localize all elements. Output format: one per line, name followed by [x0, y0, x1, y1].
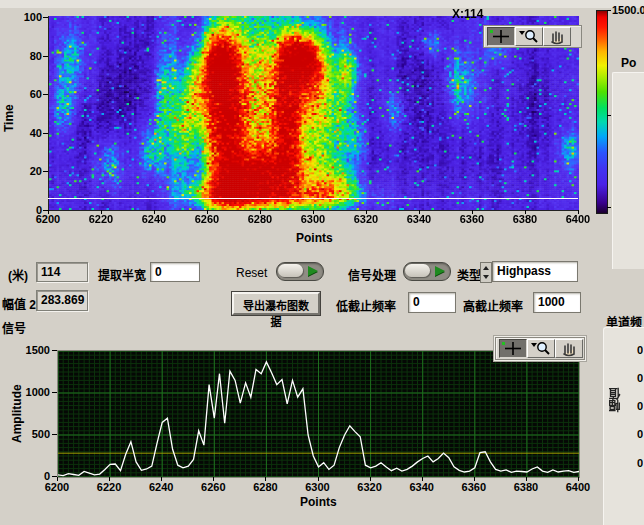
- x-tick-label: 6240: [137, 213, 171, 225]
- x-tick-mark: [154, 210, 155, 214]
- clipped-tick-fragment: 0: [637, 344, 643, 357]
- low-cut-label: 低截止频率: [336, 297, 396, 314]
- x-tick-label: 6220: [92, 481, 126, 493]
- y-tick-label: 100: [14, 11, 42, 23]
- right-upper-panel: [612, 72, 644, 269]
- x-tick-label: 6300: [301, 481, 335, 493]
- top-chart-x-axis-title: Points: [296, 231, 333, 245]
- x-tick-label: 6320: [349, 213, 383, 225]
- x-tick-label: 6260: [196, 481, 230, 493]
- high-cut-input[interactable]: 1000: [533, 292, 581, 313]
- x-tick-mark: [109, 477, 110, 481]
- x-tick-mark: [578, 477, 579, 481]
- x-tick-mark: [525, 210, 526, 214]
- x-tick-mark: [526, 477, 527, 481]
- labview-front-panel: Time 100806040200 6200622062406260628063…: [0, 0, 644, 525]
- half-width-label: 提取半宽: [98, 266, 146, 283]
- y-tick-label: 20: [14, 165, 42, 177]
- x-tick-mark: [101, 210, 102, 214]
- clipped-tick-fragment: 0: [637, 400, 643, 413]
- clipped-tick-fragment: 0: [637, 457, 643, 470]
- x-tick-mark: [265, 477, 266, 481]
- x-tick-label: 6200: [31, 213, 65, 225]
- y-tick-label: 40: [14, 127, 42, 139]
- signal-proc-toggle-arrow-icon: [435, 266, 445, 276]
- bottom-chart-x-axis-title: Points: [300, 495, 337, 509]
- x-tick-label: 6260: [190, 213, 224, 225]
- top-graph-palette: [483, 25, 582, 48]
- x-tick-mark: [213, 477, 214, 481]
- reset-toggle-knob: [278, 264, 303, 277]
- x-tick-label: 6340: [405, 481, 439, 493]
- color-scale-tick-label: 1500.0: [612, 4, 644, 16]
- cursor-tool-button[interactable]: [499, 339, 527, 358]
- x-tick-mark: [370, 477, 371, 481]
- x-tick-label: 6340: [402, 213, 436, 225]
- signal-trace-svg: [58, 351, 579, 477]
- amp2-label: 幅值 2: [2, 295, 36, 312]
- signal-proc-toggle-knob: [405, 264, 430, 277]
- amp2-indicator: 283.869: [36, 290, 88, 311]
- x-tick-label: 6200: [40, 481, 74, 493]
- x-tick-mark: [472, 210, 473, 214]
- cursor-tool-led: [490, 30, 493, 33]
- cursor-readout: X:114: [452, 7, 483, 21]
- pan-tool-button[interactable]: [555, 339, 583, 358]
- clipped-power-label: Po: [621, 56, 636, 70]
- x-tick-mark: [318, 477, 319, 481]
- x-tick-mark: [57, 477, 58, 481]
- low-cut-input[interactable]: 0: [408, 292, 456, 313]
- filter-type-dropdown[interactable]: Highpass: [492, 261, 578, 282]
- x-tick-label: 6380: [509, 481, 543, 493]
- magnifier-icon: [516, 28, 542, 45]
- x-tick-label: 6360: [457, 481, 491, 493]
- window-top-strip: [0, 0, 644, 8]
- zoom-tool-button[interactable]: [527, 339, 555, 358]
- reset-toggle-arrow-icon: [308, 266, 318, 276]
- x-tick-label: 6300: [296, 213, 330, 225]
- y-tick-label: 500: [20, 428, 50, 440]
- high-cut-label: 高截止频率: [463, 297, 523, 314]
- export-waterfall-button[interactable]: 导出瀑布图数据: [232, 292, 320, 315]
- x-tick-mark: [161, 477, 162, 481]
- x-tick-label: 6360: [455, 213, 489, 225]
- y-tick-label: 80: [14, 50, 42, 62]
- x-tick-mark: [422, 477, 423, 481]
- color-scale-tick-mark: [607, 115, 611, 116]
- x-tick-label: 6380: [508, 213, 542, 225]
- clipped-tick-fragment: 0: [637, 372, 643, 385]
- half-width-input[interactable]: 0: [150, 262, 200, 282]
- spinner-up-icon[interactable]: [483, 266, 489, 270]
- cursor-tool-button[interactable]: [487, 27, 515, 46]
- zoom-tool-button[interactable]: [515, 27, 543, 46]
- y-tick-label: 1000: [20, 386, 50, 398]
- color-scale-gradient: [596, 10, 608, 214]
- cursor-tool-led: [502, 342, 505, 345]
- spinner-down-icon[interactable]: [483, 275, 489, 279]
- x-tick-label: 6240: [144, 481, 178, 493]
- hand-icon: [544, 28, 570, 45]
- reset-label: Reset: [236, 266, 267, 280]
- y-tick-label: 1500: [20, 344, 50, 356]
- y-tick-label: 60: [14, 88, 42, 100]
- signal-proc-toggle[interactable]: [403, 262, 451, 281]
- signal-plot[interactable]: [57, 350, 580, 478]
- meter-label: (米): [8, 266, 28, 283]
- x-tick-mark: [48, 210, 49, 214]
- x-tick-label: 6280: [243, 213, 277, 225]
- x-tick-label: 6320: [353, 481, 387, 493]
- time-cursor-line[interactable]: [48, 198, 578, 199]
- pan-tool-button[interactable]: [543, 27, 571, 46]
- clipped-tick-fragment: 0: [637, 428, 643, 441]
- meter-indicator: 114: [36, 262, 88, 282]
- x-tick-mark: [578, 210, 579, 214]
- type-ring-spinner[interactable]: [480, 262, 492, 283]
- x-tick-label: 6400: [561, 213, 595, 225]
- magnifier-icon: [528, 340, 554, 357]
- x-tick-label: 6280: [248, 481, 282, 493]
- reset-toggle[interactable]: [276, 262, 324, 281]
- right-chart-axis-label: 幅值: [607, 388, 624, 412]
- type-label: 类型: [457, 266, 481, 283]
- x-tick-label: 6220: [84, 213, 118, 225]
- signal-proc-label: 信号处理: [348, 266, 396, 283]
